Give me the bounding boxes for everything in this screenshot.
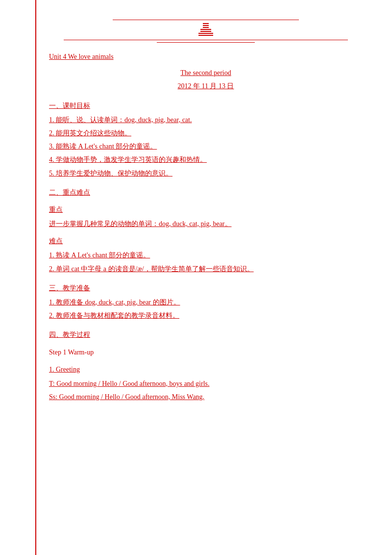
dash-4 (200, 29, 211, 30)
step-1-line-1: T: Good morning / Hello / Good afternoon… (49, 378, 363, 390)
dash-5 (200, 31, 211, 32)
dash-6 (198, 33, 213, 34)
section-1-item-3: 3. 能熟读 A Let's chant 部分的童谣。 (49, 140, 363, 152)
section-2-sub2: 难点 (49, 235, 363, 247)
section-2-sub2-item-1: 1. 熟读 A Let's chant 部分的童谣。 (49, 249, 363, 261)
section-3-title: 三、教学准备 (49, 282, 363, 294)
section-2-sub1-item-1: 进一步掌握几种常见的动物的单词：dog, duck, cat, pig, bea… (49, 218, 363, 230)
section-2-sub1: 重点 (49, 203, 363, 216)
section-1-item-1: 1. 能听、说、认读单词：dog, duck, pig, bear, cat. (49, 114, 363, 126)
header-bottom-line (64, 40, 348, 40)
section-3-item-2: 2. 教师准备与教材相配套的教学录音材料。 (49, 309, 363, 322)
dash-1 (203, 23, 209, 24)
section-1-title: 一、课时目标 (49, 100, 363, 112)
section-1-item-2: 2. 能用英文介绍这些动物。 (49, 127, 363, 139)
period-title: The second period (49, 67, 363, 79)
main-content: Unit 4 We love animals The second period… (49, 0, 363, 424)
step-1-line-2: Ss: Good morning / Hello / Good afternoo… (49, 391, 363, 403)
section-1-item-4: 4. 学做动物手势，激发学生学习英语的兴趣和热情。 (49, 153, 363, 166)
step-1-sub1-title: 1. Greeting (49, 363, 363, 376)
header-top-line (113, 20, 299, 20)
dash-3 (203, 27, 209, 28)
header-decoration (49, 20, 363, 43)
dash-2 (203, 25, 209, 26)
section-4-title: 四、教学过程 (49, 328, 363, 341)
header-dashes (49, 23, 363, 36)
left-border (35, 0, 36, 555)
section-3-item-1: 1. 教师准备 dog, duck, cat, pig, bear 的图片。 (49, 296, 363, 308)
section-2-sub2-item-2: 2. 单词 cat 中字母 a 的读音是/æ/，帮助学生简单了解一些语音知识。 (49, 263, 363, 275)
header-sub-line (157, 42, 255, 43)
unit-title: Unit 4 We love animals (49, 50, 363, 63)
dash-7 (198, 35, 213, 36)
section-2-title: 二、重点难点 (49, 186, 363, 199)
date-title: 2012 年 11 月 13 日 (49, 80, 363, 92)
step-1-title: Step 1 Warm-up (49, 346, 363, 358)
section-1-item-5: 5. 培养学生爱护动物、保护动物的意识。 (49, 167, 363, 179)
